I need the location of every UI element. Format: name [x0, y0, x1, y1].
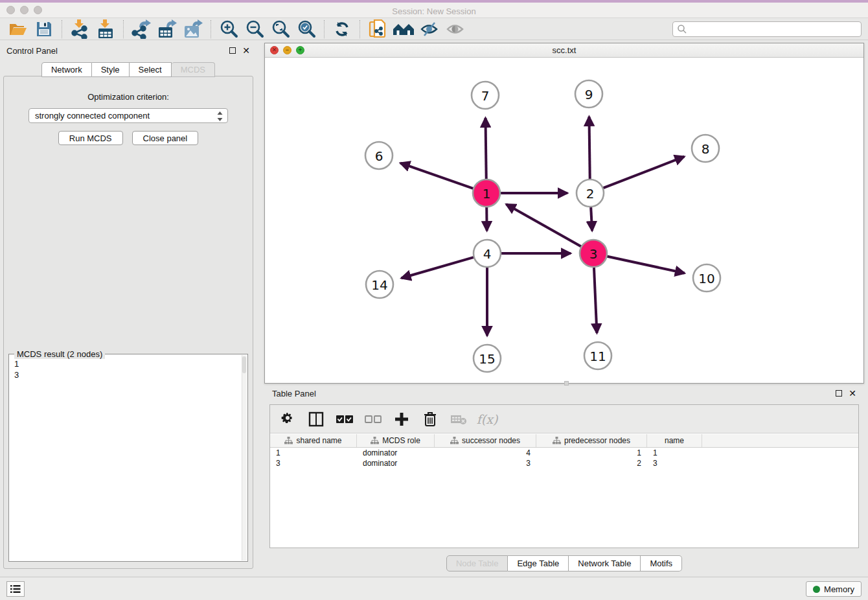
table-tab-motifs[interactable]: Motifs — [641, 555, 682, 571]
cell-predecessor-nodes[interactable]: 1 — [536, 448, 647, 457]
show-columns-button[interactable] — [306, 410, 326, 429]
cell-MCDS-role[interactable]: dominator — [357, 448, 435, 457]
export-image-icon — [183, 19, 203, 39]
graph-node-9[interactable]: 9 — [575, 80, 602, 108]
import-table-button[interactable] — [95, 19, 117, 39]
save-floppy-icon — [36, 21, 52, 38]
column-header-name[interactable]: name — [647, 434, 702, 447]
import-network-button[interactable] — [69, 19, 91, 39]
graph-node-15[interactable]: 15 — [474, 345, 501, 372]
apply-function-button[interactable]: f(x) — [477, 410, 497, 429]
trash-icon — [424, 411, 437, 427]
unchecked-boxes-icon — [365, 415, 382, 424]
network-window-titlebar[interactable]: ✕ − + scc.txt — [265, 43, 863, 58]
close-panel-button[interactable]: Close panel — [132, 131, 199, 145]
open-session-button[interactable] — [7, 19, 29, 39]
svg-text:3: 3 — [589, 246, 598, 262]
export-network-button[interactable] — [130, 19, 152, 39]
graph-node-6[interactable]: 6 — [365, 142, 393, 169]
column-type-icon — [450, 437, 459, 444]
column-header-MCDS-role[interactable]: MCDS role — [357, 434, 435, 447]
network-window-title: scc.txt — [265, 43, 863, 58]
graph-node-10[interactable]: 10 — [693, 264, 720, 292]
graph-node-11[interactable]: 11 — [584, 342, 611, 369]
home-button[interactable] — [393, 19, 415, 39]
graph-node-2[interactable]: 2 — [577, 179, 604, 207]
cell-name[interactable]: 3 — [647, 459, 702, 468]
memory-button[interactable]: Memory — [806, 581, 862, 597]
network-graph[interactable]: 7968124314101511 — [265, 58, 863, 384]
control-tab-select[interactable]: Select — [130, 62, 172, 77]
cell-name[interactable]: 1 — [647, 448, 702, 457]
network-view-window: ✕ − + scc.txt 7968124314101511 — [264, 43, 864, 384]
cell-predecessor-nodes[interactable]: 2 — [536, 459, 647, 468]
application-window: Session: New Session — [0, 0, 868, 600]
graph-node-14[interactable]: 14 — [366, 271, 393, 298]
edge-4-14[interactable] — [402, 257, 474, 278]
column-header-shared-name[interactable]: shared name — [270, 434, 357, 447]
graph-node-8[interactable]: 8 — [692, 135, 719, 162]
cell-successor-nodes[interactable]: 3 — [435, 459, 536, 468]
edge-3-1[interactable] — [506, 204, 581, 247]
float-table-panel-icon[interactable] — [836, 390, 842, 397]
network-canvas[interactable]: 7968124314101511 — [265, 58, 863, 383]
mcds-result-text[interactable]: 1 3 — [10, 358, 241, 560]
cell-shared-name[interactable]: 1 — [270, 448, 357, 457]
delete-table-button[interactable] — [449, 410, 468, 429]
close-table-panel-icon[interactable]: ✕ — [849, 390, 856, 397]
eye-icon — [446, 21, 465, 38]
task-history-button[interactable] — [6, 581, 25, 597]
table-row[interactable]: 3dominator323 — [270, 458, 858, 468]
zoom-in-button[interactable] — [218, 19, 240, 39]
select-all-rows-button[interactable] — [335, 410, 354, 429]
zoom-selected-button[interactable] — [295, 19, 317, 39]
control-tab-style[interactable]: Style — [92, 62, 130, 77]
hide-panels-button[interactable] — [418, 19, 440, 39]
edge-1-6[interactable] — [400, 163, 474, 189]
mcds-tab-content: Optimization criterion: strongly connect… — [3, 76, 253, 569]
cell-MCDS-role[interactable]: dominator — [357, 459, 435, 468]
refresh-button[interactable] — [331, 19, 353, 39]
save-session-button[interactable] — [33, 19, 55, 39]
table-panel-header: Table Panel ✕ — [264, 385, 864, 402]
control-tab-mcds[interactable]: MCDS — [172, 62, 215, 77]
column-header-predecessor-nodes[interactable]: predecessor nodes — [536, 434, 647, 447]
export-image-button[interactable] — [182, 19, 204, 39]
edge-2-9[interactable] — [589, 117, 589, 179]
result-scrollbar[interactable] — [242, 355, 247, 560]
cell-shared-name[interactable]: 3 — [270, 459, 357, 468]
graph-node-4[interactable]: 4 — [474, 240, 501, 267]
edge-2-8[interactable] — [603, 157, 685, 189]
column-header-successor-nodes[interactable]: successor nodes — [435, 434, 536, 447]
graph-node-7[interactable]: 7 — [472, 82, 499, 109]
graph-node-1[interactable]: 1 — [473, 179, 500, 207]
export-table-button[interactable] — [156, 19, 178, 39]
edge-1-7[interactable] — [485, 118, 486, 179]
toolbar-search-input[interactable] — [672, 21, 862, 37]
edge-2-3[interactable] — [591, 207, 592, 231]
zoom-fit-button[interactable] — [269, 19, 291, 39]
show-panels-button[interactable] — [444, 19, 466, 39]
table-tab-edge-table[interactable]: Edge Table — [508, 555, 569, 571]
edge-3-11[interactable] — [594, 267, 597, 333]
add-column-button[interactable] — [392, 410, 411, 429]
edge-3-10[interactable] — [607, 256, 685, 273]
optimization-criterion-select[interactable]: strongly connected component — [29, 108, 228, 123]
zoom-out-button[interactable] — [244, 19, 266, 39]
delete-column-button[interactable] — [420, 410, 440, 429]
table-row[interactable]: 1dominator411 — [270, 448, 858, 458]
table-tab-node-table[interactable]: Node Table — [446, 555, 508, 571]
graph-node-3[interactable]: 3 — [580, 240, 607, 267]
float-panel-icon[interactable] — [229, 47, 236, 54]
clone-network-button[interactable] — [367, 19, 389, 39]
cell-successor-nodes[interactable]: 4 — [435, 448, 536, 457]
plus-icon — [394, 412, 409, 426]
control-tab-network[interactable]: Network — [41, 62, 92, 77]
table-tab-network-table[interactable]: Network Table — [569, 555, 641, 571]
import-table-icon — [97, 19, 115, 39]
close-panel-icon[interactable]: ✕ — [242, 47, 250, 54]
home-icon — [393, 21, 415, 37]
table-settings-button[interactable] — [278, 410, 297, 429]
run-mcds-button[interactable]: Run MCDS — [58, 131, 123, 145]
deselect-all-rows-button[interactable] — [363, 410, 383, 429]
